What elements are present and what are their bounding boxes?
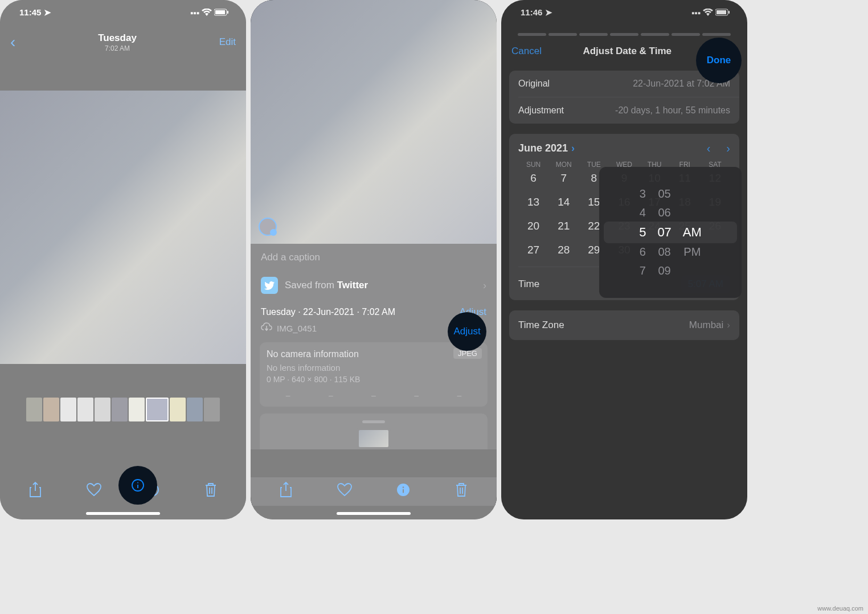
- tutorial-highlight-adjust: Adjust: [448, 312, 486, 351]
- prev-month-button[interactable]: ‹: [707, 142, 711, 155]
- tutorial-highlight-info: [118, 466, 157, 505]
- home-indicator[interactable]: [86, 512, 160, 515]
- location-icon: ➤: [545, 7, 552, 17]
- ampm-wheel[interactable]: AM PM: [683, 187, 702, 277]
- thumbnail[interactable]: [112, 398, 128, 421]
- nav-bar: ‹ Tuesday 7:02 AM Edit: [0, 25, 246, 59]
- calendar-day[interactable]: 27: [518, 244, 548, 256]
- calendar-day[interactable]: 14: [548, 196, 579, 208]
- battery-icon: [715, 8, 730, 18]
- share-icon[interactable]: [29, 482, 42, 501]
- camera-info-box: JPEG No camera information No lens infor…: [260, 342, 488, 407]
- timezone-row[interactable]: Time Zone Mumbai ›: [509, 310, 739, 340]
- camera-name: No camera information: [267, 347, 481, 362]
- watermark-text: www.deuaq.com: [817, 605, 863, 612]
- thumbnail[interactable]: [26, 398, 42, 421]
- status-time: 11:46 ➤: [521, 7, 552, 18]
- chevron-right-icon: ›: [727, 320, 730, 331]
- thumbnail[interactable]: [95, 398, 110, 421]
- thumbnail-strip[interactable]: [0, 395, 246, 424]
- people-tag-avatar[interactable]: [259, 218, 277, 236]
- bottom-toolbar: [251, 477, 497, 506]
- nav-title: Tuesday: [15, 32, 219, 44]
- twitter-icon: [261, 277, 278, 294]
- cloud-download-icon: [261, 322, 272, 334]
- photo-image[interactable]: [251, 0, 497, 244]
- timezone-label: Time Zone: [518, 320, 564, 331]
- thumbnail[interactable]: [204, 398, 220, 421]
- thumbnail[interactable]: [170, 398, 186, 421]
- saved-from-text: Saved from Twitter: [285, 280, 368, 291]
- saved-from-row[interactable]: Saved from Twitter ›: [251, 271, 497, 300]
- map-preview[interactable]: [357, 428, 391, 449]
- favorite-icon[interactable]: [337, 483, 352, 500]
- calendar-header: June 2021 › ‹ ›: [518, 142, 730, 155]
- thumbnail[interactable]: [60, 398, 76, 421]
- status-bar: 11:46 ➤ ▪▪▪: [501, 0, 747, 25]
- sheet-grabber-row: [501, 25, 747, 38]
- favorite-icon[interactable]: [87, 483, 101, 500]
- back-button[interactable]: ‹: [10, 33, 15, 51]
- minute-wheel[interactable]: 05 06 07 08 09: [657, 187, 671, 277]
- svg-rect-12: [728, 11, 730, 14]
- wifi-icon: [703, 8, 713, 18]
- time-picker-popover[interactable]: 3 4 5 6 7 05 06 07 08 09 AM PM: [599, 167, 742, 298]
- trash-icon[interactable]: [204, 482, 217, 501]
- svg-point-6: [137, 482, 138, 484]
- status-time: 11:45 ➤: [19, 7, 51, 18]
- calendar-day[interactable]: 7: [548, 172, 579, 185]
- photo-date-text: Tuesday · 22-Jun-2021 · 7:02 AM: [261, 307, 395, 317]
- chevron-right-icon: ›: [483, 280, 486, 292]
- photo-image: [0, 91, 246, 364]
- status-right: ▪▪▪: [691, 8, 730, 18]
- calendar-day[interactable]: 28: [548, 244, 579, 256]
- month-picker-button[interactable]: June 2021 ›: [518, 142, 575, 154]
- adjustment-value: -20 days, 1 hour, 55 minutes: [615, 105, 730, 116]
- status-bar: 11:45 ➤ ▪▪▪: [0, 0, 246, 25]
- signal-icon: ▪▪▪: [190, 8, 199, 18]
- adjustment-row: Adjustment -20 days, 1 hour, 55 minutes: [509, 97, 739, 124]
- share-icon[interactable]: [280, 482, 292, 501]
- calendar-day[interactable]: 6: [518, 172, 548, 185]
- original-label: Original: [518, 79, 550, 89]
- calendar-block: June 2021 › ‹ › SUN MON TUE WED THU FRI …: [509, 134, 739, 300]
- sheet-grabber[interactable]: [362, 420, 385, 423]
- wifi-icon: [202, 8, 212, 18]
- time-label: Time: [518, 279, 539, 290]
- chevron-right-icon: ›: [571, 142, 575, 154]
- battery-icon: [214, 8, 229, 18]
- screenshot-2-photo-info: Add a caption Saved from Twitter › Tuesd…: [251, 0, 497, 519]
- screenshot-3-adjust-datetime: 11:46 ➤ ▪▪▪ Cancel Adjust Date & Time Do…: [501, 0, 747, 519]
- calendar-day[interactable]: 21: [548, 220, 579, 232]
- thumbnail-selected[interactable]: [146, 398, 169, 421]
- calendar-day[interactable]: 20: [518, 220, 548, 232]
- tutorial-highlight-done: Done: [696, 38, 742, 83]
- sheet-title: Adjust Date & Time: [583, 46, 672, 57]
- timezone-value: Mumbai ›: [689, 320, 730, 331]
- svg-rect-9: [403, 489, 404, 493]
- svg-point-8: [403, 486, 404, 488]
- lens-info: No lens information: [267, 362, 481, 374]
- calendar-day[interactable]: 13: [518, 196, 548, 208]
- photo-viewport[interactable]: [0, 59, 246, 395]
- hour-wheel[interactable]: 3 4 5 6 7: [639, 187, 646, 277]
- file-specs: 0 MP · 640 × 800 · 115 KB: [267, 374, 481, 385]
- signal-icon: ▪▪▪: [691, 8, 701, 18]
- filename-text: IMG_0451: [277, 324, 317, 333]
- info-icon-filled[interactable]: [396, 483, 410, 500]
- thumbnail[interactable]: [187, 398, 203, 421]
- thumbnail[interactable]: [77, 398, 93, 421]
- next-month-button[interactable]: ›: [726, 142, 730, 155]
- svg-rect-2: [227, 11, 228, 14]
- exif-placeholders: –––––: [267, 385, 481, 402]
- svg-rect-11: [716, 10, 726, 14]
- home-indicator[interactable]: [337, 512, 411, 515]
- adjustment-label: Adjustment: [518, 105, 564, 116]
- edit-button[interactable]: Edit: [219, 36, 236, 48]
- cancel-button[interactable]: Cancel: [511, 46, 542, 57]
- caption-input[interactable]: Add a caption: [251, 244, 497, 271]
- trash-icon[interactable]: [455, 482, 468, 501]
- thumbnail[interactable]: [43, 398, 59, 421]
- thumbnail[interactable]: [129, 398, 145, 421]
- nav-subtitle: 7:02 AM: [15, 44, 219, 52]
